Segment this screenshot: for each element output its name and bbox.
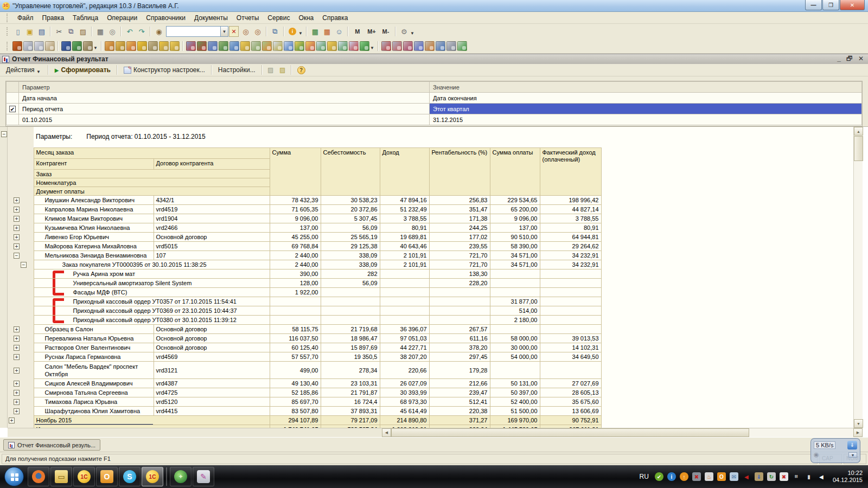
expander-plus-icon[interactable]: + bbox=[14, 345, 20, 351]
value-cell[interactable]: 58 115,75 bbox=[270, 325, 321, 334]
param-date-end[interactable]: Дата окончания bbox=[430, 93, 862, 104]
period-checkbox[interactable]: ✔ bbox=[9, 106, 16, 112]
copy-icon[interactable]: ⧉ bbox=[66, 26, 76, 37]
param-period[interactable]: Период отчета bbox=[19, 104, 430, 114]
toolbar2-button-28[interactable] bbox=[327, 41, 337, 51]
value-cell[interactable]: 68 973,30 bbox=[380, 397, 429, 407]
value-cell[interactable] bbox=[270, 306, 321, 316]
toolbar2-button-3[interactable] bbox=[34, 41, 44, 51]
expander-plus-icon[interactable]: + bbox=[14, 336, 20, 342]
value-cell[interactable] bbox=[540, 279, 601, 288]
value-cell[interactable]: 56,09 bbox=[321, 279, 380, 288]
calendar-icon[interactable]: ▦ bbox=[322, 26, 333, 37]
value-cell[interactable]: 60 125,40 bbox=[270, 343, 321, 352]
taskbar-paint-icon[interactable]: ✎ bbox=[193, 467, 214, 486]
value-cell[interactable] bbox=[380, 297, 429, 306]
item-cell[interactable]: Ручка Арина хром мат bbox=[34, 269, 270, 279]
new-document-icon[interactable]: ▯ bbox=[12, 26, 23, 37]
toolbar2-button-36[interactable] bbox=[425, 41, 435, 51]
value-cell[interactable]: 34 649,50 bbox=[540, 352, 601, 362]
param-date-start[interactable]: Дата начала bbox=[19, 93, 430, 104]
taskbar-firefox-icon[interactable] bbox=[28, 467, 49, 486]
memory-m-button[interactable]: M bbox=[351, 26, 364, 37]
value-cell[interactable]: 2 180,00 bbox=[490, 316, 540, 325]
report-minimize-button[interactable]: _ bbox=[837, 55, 841, 62]
payment-cell[interactable]: Приходный кассовый ордер УТ0357 от 17.10… bbox=[34, 297, 270, 306]
undo-icon[interactable]: ↶ bbox=[124, 26, 135, 37]
contract-cell[interactable]: vrd5120 bbox=[154, 397, 270, 407]
value-cell[interactable]: 9 096,00 bbox=[270, 214, 321, 223]
help-button[interactable]: ? bbox=[297, 66, 305, 74]
value-cell[interactable]: 256,83 bbox=[429, 196, 490, 205]
value-cell[interactable]: 137,00 bbox=[270, 223, 321, 233]
taskbar-skype-icon[interactable]: S bbox=[119, 467, 141, 486]
contractor-cell[interactable]: Ивушкин Александр Викторович bbox=[34, 196, 154, 205]
value-cell[interactable]: 50 397,00 bbox=[490, 388, 540, 397]
tray-security-shield-icon[interactable]: ✖ bbox=[692, 472, 701, 481]
toolbar2-button-12[interactable] bbox=[148, 41, 158, 51]
taskbar-explorer-icon[interactable]: ▭ bbox=[50, 467, 72, 486]
value-cell[interactable]: 338,09 bbox=[321, 260, 380, 269]
value-cell[interactable]: 25 565,19 bbox=[321, 233, 380, 242]
vertical-scroll-thumb[interactable] bbox=[854, 136, 863, 161]
value-cell[interactable]: 378,20 bbox=[429, 343, 490, 352]
value-cell[interactable]: 499,00 bbox=[270, 362, 321, 379]
menu-catalogs[interactable]: Справочники bbox=[142, 13, 190, 23]
tray-info-icon[interactable]: i bbox=[667, 472, 676, 481]
value-cell[interactable]: 71 605,35 bbox=[270, 205, 321, 214]
value-cell[interactable]: 13 606,69 bbox=[540, 407, 601, 416]
value-cell[interactable] bbox=[321, 306, 380, 316]
save-icon[interactable]: ▤ bbox=[36, 26, 47, 37]
param-start-date-value[interactable]: 01.10.2015 bbox=[19, 114, 430, 125]
value-cell[interactable]: 44 827,14 bbox=[540, 205, 601, 214]
contract-cell[interactable]: vrd5015 bbox=[154, 242, 270, 251]
value-cell[interactable]: 5 307,45 bbox=[321, 214, 380, 223]
expander-plus-icon[interactable]: + bbox=[14, 399, 20, 405]
menu-documents[interactable]: Документы bbox=[190, 13, 232, 23]
value-cell[interactable]: 36 396,07 bbox=[380, 325, 429, 334]
toolbar2-button-39[interactable] bbox=[457, 41, 467, 51]
print-icon[interactable]: ▦ bbox=[95, 26, 106, 37]
cell[interactable]: ✔ bbox=[7, 104, 19, 114]
value-cell[interactable]: 169 970,00 bbox=[490, 416, 540, 425]
tray-java-icon[interactable]: ♨ bbox=[705, 472, 713, 481]
tray-volume-icon[interactable]: ◀ bbox=[817, 472, 826, 481]
value-cell[interactable]: 79 217,09 bbox=[321, 416, 380, 425]
toolbar2-button-5[interactable] bbox=[61, 41, 71, 51]
search-input[interactable] bbox=[166, 26, 220, 37]
contractor-cell[interactable]: Перевалкина Наталья Юрьевна bbox=[34, 334, 154, 343]
menu-reports[interactable]: Отчеты bbox=[232, 13, 263, 23]
form-report-button[interactable]: ▶ Сформировать bbox=[51, 65, 114, 75]
contractor-cell[interactable]: Тимахова Лариса Юрьвна bbox=[34, 397, 154, 407]
toolbar2-button-15[interactable] bbox=[186, 41, 196, 51]
expander-plus-icon[interactable]: + bbox=[14, 368, 20, 374]
toolbar2-button-33[interactable] bbox=[392, 41, 402, 51]
toolbar2-button-7[interactable] bbox=[83, 41, 93, 51]
value-cell[interactable]: 45 614,49 bbox=[380, 407, 429, 416]
toolbar2-button-14[interactable] bbox=[170, 41, 180, 51]
value-cell[interactable]: 28 605,13 bbox=[540, 388, 601, 397]
value-cell[interactable] bbox=[490, 269, 540, 279]
toolbar2-button-6[interactable] bbox=[72, 41, 82, 51]
value-cell[interactable]: 244,25 bbox=[429, 223, 490, 233]
value-cell[interactable]: 297,45 bbox=[429, 352, 490, 362]
find-next-icon[interactable]: ◎ bbox=[240, 26, 251, 37]
contractor-cell[interactable]: Образец в Салон bbox=[34, 325, 154, 334]
expander-plus-icon[interactable]: + bbox=[14, 243, 20, 249]
value-cell[interactable]: 3 788,55 bbox=[540, 214, 601, 223]
settings-constructor-button[interactable]: Конструктор настроек... bbox=[120, 65, 209, 75]
contract-cell[interactable]: 4342/1 bbox=[154, 196, 270, 205]
value-cell[interactable]: 3 788,55 bbox=[380, 214, 429, 223]
tray-messenger-icon[interactable]: ✉ bbox=[730, 472, 738, 481]
value-cell[interactable]: 2 101,91 bbox=[380, 260, 429, 269]
value-cell[interactable]: 90 752,91 bbox=[540, 416, 601, 425]
menu-operations[interactable]: Операции bbox=[103, 13, 142, 23]
expander-plus-icon[interactable]: + bbox=[9, 418, 15, 423]
horizontal-scroll-track[interactable] bbox=[749, 428, 853, 437]
param-period-value[interactable]: Этот квартал bbox=[430, 104, 862, 114]
value-cell[interactable]: 14 102,31 bbox=[540, 343, 601, 352]
start-button[interactable] bbox=[4, 467, 24, 486]
order-cell[interactable]: Заказ покупателя УТ0000395 от 30.10.2015… bbox=[34, 260, 270, 269]
value-cell[interactable]: 15 897,69 bbox=[321, 343, 380, 352]
item-cell[interactable]: Универсальный амортизатор Silent System bbox=[34, 279, 270, 288]
